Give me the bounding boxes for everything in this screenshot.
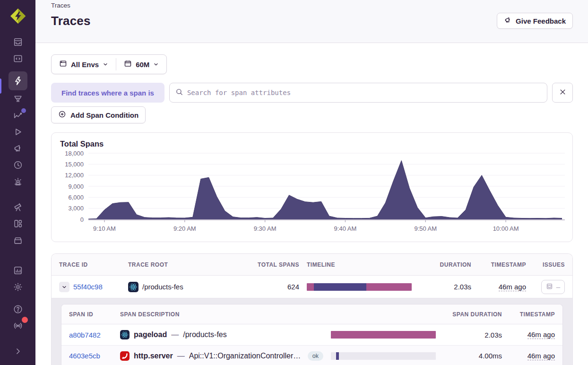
svg-text:9:10 AM: 9:10 AM bbox=[93, 225, 116, 232]
chart-title: Total Spans bbox=[60, 139, 564, 148]
megaphone-icon bbox=[504, 16, 512, 26]
svg-text:12,000: 12,000 bbox=[65, 172, 84, 179]
trace-duration: 2.03s bbox=[454, 283, 471, 291]
add-span-condition-button[interactable]: Add Span Condition bbox=[51, 106, 146, 123]
trace-issues-button[interactable]: – bbox=[541, 280, 565, 294]
issues-count: – bbox=[556, 283, 560, 291]
replays-play-icon[interactable] bbox=[9, 124, 27, 140]
trace-root-name: /products-fes bbox=[142, 283, 183, 291]
total-spans-chart-svg[interactable]: 03,0006,0009,00012,00015,00018,0009:10 A… bbox=[60, 149, 565, 235]
span-search-input[interactable] bbox=[187, 89, 541, 96]
breadcrumb[interactable]: Traces bbox=[51, 2, 573, 9]
active-item-indicator bbox=[0, 78, 1, 94]
sidebar bbox=[0, 0, 35, 365]
environment-dropdown[interactable]: All Envs bbox=[52, 55, 116, 74]
span-op: http.server bbox=[134, 352, 173, 360]
settings-gear-icon[interactable] bbox=[9, 279, 27, 295]
col-span-timestamp: Timestamp bbox=[520, 311, 555, 318]
col-trace-id: Trace ID bbox=[59, 261, 121, 268]
react-platform-icon bbox=[120, 330, 130, 339]
alerts-siren-icon[interactable] bbox=[9, 174, 27, 190]
span-row: a80b7482 bbox=[61, 324, 562, 345]
whats-new-notification-dot bbox=[22, 317, 28, 323]
filter-bar: All Envs 60M bbox=[51, 54, 167, 74]
svg-text:9:30 AM: 9:30 AM bbox=[254, 225, 277, 232]
find-traces-label: Find traces where a span is bbox=[51, 83, 164, 103]
col-total-spans: Total Spans bbox=[258, 261, 299, 268]
archive-box-icon[interactable] bbox=[9, 232, 27, 248]
performance-chart-icon[interactable] bbox=[9, 107, 27, 123]
sidebar-collapse-chevron-icon[interactable] bbox=[9, 343, 27, 359]
span-timestamp[interactable]: 46m ago bbox=[527, 330, 555, 339]
span-status-badge: ok bbox=[308, 351, 323, 361]
span-search-box[interactable] bbox=[169, 83, 547, 103]
trace-timestamp[interactable]: 46m ago bbox=[499, 283, 526, 291]
svg-text:10:00 AM: 10:00 AM bbox=[493, 225, 519, 232]
span-timeline-bar[interactable] bbox=[331, 331, 436, 339]
svg-text:18,000: 18,000 bbox=[65, 150, 84, 157]
window-icon bbox=[59, 60, 67, 69]
svg-text:9:50 AM: 9:50 AM bbox=[414, 225, 437, 232]
dashboards-icon[interactable] bbox=[9, 216, 27, 232]
span-duration: 2.03s bbox=[484, 331, 502, 339]
span-table: Span ID Span Description Span Duration T… bbox=[61, 304, 563, 365]
trace-row: 55f40c98 /products-fes bbox=[52, 276, 572, 298]
insights-icon[interactable] bbox=[9, 91, 27, 107]
svg-text:0: 0 bbox=[80, 216, 84, 223]
chevron-down-icon bbox=[103, 61, 108, 69]
time-range-dropdown[interactable]: 60M bbox=[116, 55, 166, 74]
issues-icon[interactable] bbox=[9, 34, 27, 50]
app-root: Traces Traces Give Feedback bbox=[0, 0, 588, 365]
svg-text:9:40 AM: 9:40 AM bbox=[334, 225, 357, 232]
feedback-megaphone-icon[interactable] bbox=[9, 140, 27, 156]
svg-text:3,000: 3,000 bbox=[68, 205, 84, 212]
span-duration: 4.00ms bbox=[479, 352, 502, 360]
span-id-link[interactable]: a80b7482 bbox=[69, 331, 101, 339]
whats-new-broadcast-icon[interactable] bbox=[9, 318, 27, 334]
search-icon bbox=[175, 88, 183, 98]
releases-clock-icon[interactable] bbox=[9, 157, 27, 173]
sentry-logo-icon[interactable] bbox=[8, 6, 28, 26]
col-span-description: Span Description bbox=[120, 311, 323, 318]
col-duration: Duration bbox=[440, 261, 471, 268]
span-description: /products-fes bbox=[183, 330, 226, 339]
trace-id-link[interactable]: 55f40c98 bbox=[73, 283, 103, 291]
stats-icon[interactable] bbox=[9, 262, 27, 278]
discover-telescope-icon[interactable] bbox=[9, 199, 27, 215]
trace-table: Trace ID Trace Root Total Spans Timeline… bbox=[51, 253, 573, 365]
total-spans-chart-panel: Total Spans 03,0006,0009,00012,00015,000… bbox=[51, 132, 573, 242]
projects-code-icon[interactable] bbox=[9, 51, 27, 67]
span-timestamp[interactable]: 46m ago bbox=[527, 352, 555, 360]
span-table-header: Span ID Span Description Span Duration T… bbox=[61, 304, 562, 324]
performance-notification-dot bbox=[21, 108, 26, 113]
page-header: Traces Traces Give Feedback bbox=[35, 0, 588, 43]
span-id-link[interactable]: 4603e5cb bbox=[69, 352, 100, 360]
trace-timeline-bar[interactable] bbox=[307, 283, 412, 291]
page-title: Traces bbox=[51, 14, 91, 28]
col-timestamp: Timestamp bbox=[491, 261, 526, 268]
span-query-row: Find traces where a span is bbox=[51, 83, 573, 103]
col-issues: Issues bbox=[543, 261, 565, 268]
issues-mini-icon bbox=[546, 283, 553, 291]
col-span-duration: Span Duration bbox=[452, 311, 502, 318]
chevron-down-icon bbox=[153, 61, 159, 69]
span-op: pageload bbox=[134, 330, 167, 339]
collapse-trace-button[interactable] bbox=[59, 282, 69, 292]
ruby-platform-icon bbox=[120, 351, 130, 361]
clear-search-button[interactable] bbox=[552, 83, 573, 103]
col-trace-root: Trace Root bbox=[128, 261, 244, 268]
col-span-id: Span ID bbox=[69, 311, 112, 318]
total-spans-value: 624 bbox=[287, 283, 299, 291]
svg-text:9:20 AM: 9:20 AM bbox=[173, 225, 196, 232]
help-icon[interactable] bbox=[9, 301, 27, 317]
expanded-trace-section: Span ID Span Description Span Duration T… bbox=[52, 298, 572, 365]
span-timeline-bar[interactable] bbox=[331, 352, 436, 360]
svg-text:15,000: 15,000 bbox=[65, 161, 84, 168]
span-row: 4603e5cb http.server — Api::V1::Organiza… bbox=[61, 345, 562, 365]
main-area: Traces Traces Give Feedback bbox=[35, 0, 588, 365]
svg-text:9,000: 9,000 bbox=[68, 183, 84, 190]
content: All Envs 60M bbox=[35, 43, 588, 365]
plus-circle-icon bbox=[58, 110, 66, 120]
traces-lightning-icon[interactable] bbox=[9, 71, 27, 90]
give-feedback-button[interactable]: Give Feedback bbox=[497, 13, 573, 29]
